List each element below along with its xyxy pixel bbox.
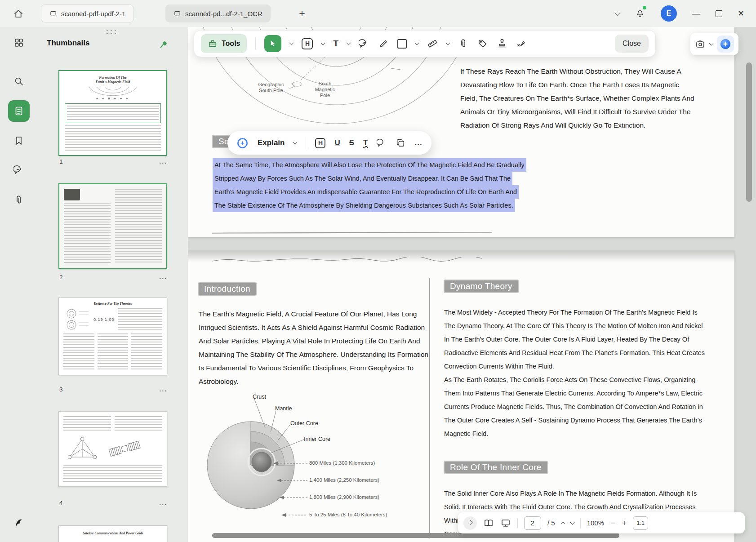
highlight-selection-button[interactable]: H bbox=[315, 138, 325, 148]
window-close-button[interactable]: ✕ bbox=[738, 9, 744, 18]
explain-chevron-icon[interactable] bbox=[293, 140, 298, 145]
attachment-tool-button[interactable] bbox=[458, 38, 469, 49]
thumbnail-page-1[interactable]: Formation Of The Earth's Magnetic Field bbox=[58, 70, 167, 156]
text-line: The Outer Core Creates A Self - Sustaini… bbox=[444, 413, 703, 427]
apps-grid-button[interactable] bbox=[8, 32, 30, 53]
document-viewport[interactable]: GeographicSouth Pole SouthMagneticPole I… bbox=[188, 27, 756, 542]
collapse-toolbar-chevron-icon[interactable] bbox=[614, 10, 620, 16]
ai-assistant-button[interactable] bbox=[717, 36, 734, 53]
dynamo-paragraph-1: The Most Widely - Accepted Theory For Th… bbox=[444, 306, 705, 373]
highlighted-text-line[interactable]: Earth's Magnetic Field Provides An Indis… bbox=[213, 185, 519, 199]
main-toolbar: Tools H T Close bbox=[194, 30, 656, 57]
highlight-tool-chevron-icon[interactable] bbox=[321, 41, 325, 45]
comments-button[interactable] bbox=[8, 159, 30, 181]
tools-button[interactable]: Tools bbox=[201, 34, 247, 53]
zoom-out-button[interactable]: − bbox=[610, 518, 615, 528]
actual-size-button[interactable]: 1:1 bbox=[633, 516, 648, 530]
presentation-mode-button[interactable] bbox=[500, 518, 511, 529]
notifications-button[interactable] bbox=[635, 7, 645, 20]
tab-label: scanned-pdf-updf-2-1 bbox=[61, 10, 125, 18]
thumbnail-page-2[interactable] bbox=[58, 183, 167, 269]
explain-button[interactable]: Explain bbox=[258, 138, 285, 147]
window-maximize-button[interactable] bbox=[716, 10, 722, 17]
page-number: 2 bbox=[58, 274, 63, 280]
text-line: Animals Or Tiny Microorganisms, Will Fin… bbox=[460, 105, 694, 119]
sticker-tool-button[interactable] bbox=[477, 38, 488, 49]
text-line: And Solar Particles, Playing A Vital Rol… bbox=[199, 334, 428, 348]
highlight-tool-button[interactable]: H bbox=[302, 38, 313, 49]
panel-drag-handle[interactable] bbox=[105, 29, 117, 35]
search-button[interactable] bbox=[8, 71, 30, 92]
page-number: 4 bbox=[58, 500, 63, 506]
user-avatar[interactable]: E bbox=[661, 5, 677, 22]
measure-label: 1,400 Miles (2,250 Kilometers) bbox=[309, 477, 379, 483]
vertical-scrollbar-thumb[interactable] bbox=[746, 62, 752, 202]
horizontal-scrollbar-thumb[interactable] bbox=[212, 533, 619, 538]
signature-tool-button[interactable] bbox=[516, 38, 527, 49]
copy-selection-button[interactable] bbox=[396, 138, 405, 148]
highlighted-text-line[interactable]: At The Same Time, The Atmosphere Will Al… bbox=[213, 158, 526, 172]
stamp-tool-button[interactable] bbox=[497, 38, 507, 49]
highlighted-text-line[interactable]: Stripped Away By Forces Such As The Sola… bbox=[213, 172, 512, 185]
search-icon bbox=[13, 76, 24, 87]
tab-document-2-ocr[interactable]: scanned-pd...df-2-1_OCR bbox=[165, 4, 271, 22]
snapshot-chevron-icon[interactable] bbox=[709, 41, 714, 46]
pin-panel-button[interactable] bbox=[157, 38, 170, 50]
reading-mode-button[interactable] bbox=[483, 518, 494, 529]
thumbnails-panel-button[interactable] bbox=[8, 100, 30, 122]
text-tool-chevron-icon[interactable] bbox=[347, 41, 351, 45]
thumb-more-button[interactable]: ... bbox=[159, 158, 167, 165]
squiggly-selection-button[interactable]: T bbox=[363, 138, 368, 147]
thumb-text-skeleton bbox=[63, 465, 162, 482]
select-tool-chevron-icon[interactable] bbox=[289, 41, 294, 45]
comment-tool-button[interactable] bbox=[359, 38, 369, 49]
thumbnail-page-5[interactable]: Satellite Communications And Power Grids bbox=[58, 525, 167, 542]
thumb-row-3: 3 ... bbox=[58, 384, 167, 394]
thumb-text-skeleton bbox=[131, 333, 162, 371]
shape-tool-chevron-icon[interactable] bbox=[415, 41, 419, 45]
more-options-button[interactable]: ... bbox=[414, 138, 422, 147]
thumbnail-page-3[interactable]: Evidence For The Theories 0.19 1.00 bbox=[58, 298, 167, 375]
grid-icon bbox=[13, 37, 24, 48]
thumbnail-page-4[interactable] bbox=[58, 411, 167, 487]
thumb-circles-diagram bbox=[63, 308, 90, 331]
select-tool-button[interactable] bbox=[264, 35, 281, 52]
page-number-input[interactable]: 2 bbox=[524, 516, 541, 530]
pin-icon bbox=[159, 40, 169, 49]
snapshot-icon[interactable] bbox=[695, 39, 706, 49]
updf-logo[interactable] bbox=[8, 512, 30, 533]
previous-page-button[interactable] bbox=[560, 522, 565, 526]
underline-selection-button[interactable]: U bbox=[334, 138, 340, 147]
thumb-title-line: Evidence For The Theories bbox=[63, 302, 162, 306]
shape-tool-button[interactable] bbox=[397, 39, 407, 49]
selected-text-highlight[interactable]: At The Same Time, The Atmosphere Will Al… bbox=[213, 158, 526, 212]
bookmarks-button[interactable] bbox=[8, 130, 30, 151]
marker-tool-button[interactable] bbox=[378, 38, 389, 49]
collapse-bar-button[interactable] bbox=[463, 516, 477, 530]
tab-document-1[interactable]: scanned-pdf-updf-2-1 bbox=[41, 4, 134, 22]
cursor-icon bbox=[268, 39, 277, 48]
dynamo-paragraph-2: As The Earth Rotates, The Coriolis Force… bbox=[444, 373, 703, 440]
close-toolbar-button[interactable]: Close bbox=[615, 35, 649, 53]
attachments-button[interactable] bbox=[8, 189, 30, 211]
titlebar: scanned-pdf-updf-2-1 scanned-pd...df-2-1… bbox=[0, 0, 756, 27]
bar-divider bbox=[517, 518, 518, 528]
text-tool-button[interactable]: T bbox=[333, 39, 338, 49]
highlighted-text-line[interactable]: The Stable Existence Of The Atmosphere B… bbox=[213, 199, 515, 212]
window-minimize-button[interactable]: — bbox=[692, 9, 700, 18]
home-button[interactable] bbox=[10, 5, 27, 22]
new-tab-button[interactable]: + bbox=[295, 6, 309, 21]
thumb-more-button[interactable]: ... bbox=[159, 386, 167, 393]
updf-app-window: scanned-pdf-updf-2-1 scanned-pd...df-2-1… bbox=[0, 0, 756, 542]
comment-selection-button[interactable] bbox=[377, 138, 387, 148]
text-line: Radiation Of Strong Rays And Will Quickl… bbox=[460, 119, 694, 132]
measure-tool-button[interactable] bbox=[427, 38, 438, 49]
thumb-more-button[interactable]: ... bbox=[159, 273, 167, 280]
thumb-more-button[interactable]: ... bbox=[159, 499, 167, 506]
measure-tool-chevron-icon[interactable] bbox=[446, 41, 450, 45]
next-page-button[interactable] bbox=[570, 520, 574, 524]
tab-label: scanned-pd...df-2-1_OCR bbox=[185, 10, 262, 18]
zoom-in-button[interactable]: + bbox=[622, 518, 627, 528]
strikethrough-selection-button[interactable]: S bbox=[349, 138, 354, 147]
bottom-navigation-bar: 2 / 5 100% − + 1:1 bbox=[458, 512, 745, 533]
